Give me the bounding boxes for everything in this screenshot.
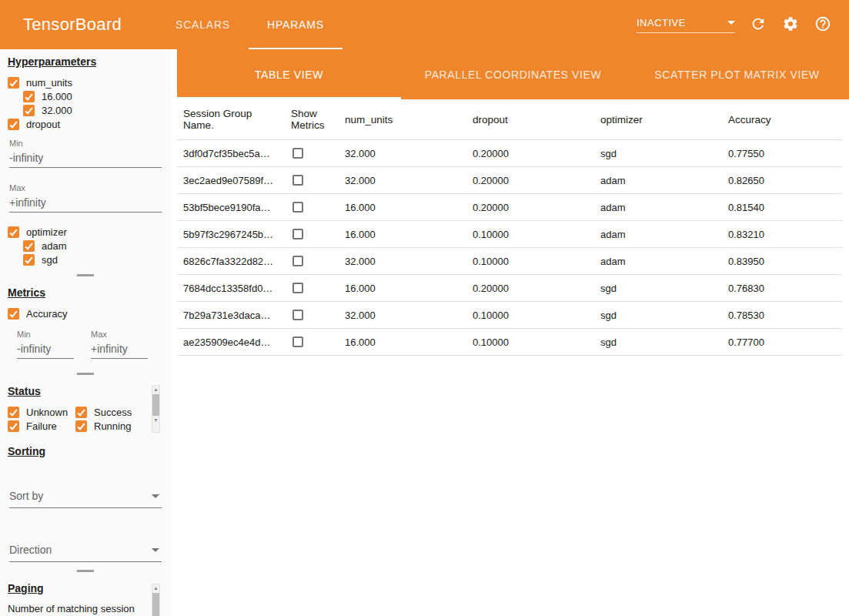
dropout-cell: 0.10000 bbox=[466, 302, 594, 328]
hyperparameters-title: Hyperparameters bbox=[8, 55, 171, 68]
status-select[interactable]: INACTIVE bbox=[637, 17, 735, 33]
hparam-num-units[interactable]: num_units bbox=[8, 75, 171, 89]
checkbox-optimizer[interactable] bbox=[8, 226, 19, 238]
table-row: 3ec2aed9e07589f… 32.000 0.20000 adam 0.8… bbox=[177, 167, 842, 194]
show-metrics-checkbox[interactable] bbox=[292, 310, 303, 320]
show-metrics-checkbox[interactable] bbox=[292, 256, 303, 266]
checkbox-accuracy[interactable] bbox=[8, 308, 19, 320]
table-row: 7b29a731e3daca… 32.000 0.10000 sgd 0.785… bbox=[177, 302, 842, 329]
optimizer-cell: sgd bbox=[594, 275, 722, 301]
scroll-up-icon[interactable]: ▲ bbox=[153, 584, 159, 592]
num-units-cell: 32.000 bbox=[339, 167, 466, 193]
dropout-min-input[interactable] bbox=[9, 148, 162, 168]
checkbox-running[interactable] bbox=[75, 420, 87, 432]
metric-min-input[interactable] bbox=[17, 339, 74, 359]
dropout-cell: 0.10000 bbox=[466, 248, 594, 274]
metric-accuracy[interactable]: Accuracy bbox=[8, 306, 171, 320]
chevron-down-icon bbox=[152, 494, 159, 498]
accuracy-cell: 0.83210 bbox=[722, 221, 842, 247]
checkbox-32[interactable] bbox=[23, 105, 35, 116]
optimizer-cell: sgd bbox=[594, 302, 722, 328]
direction-select[interactable]: Direction bbox=[9, 541, 162, 562]
scroll-down-icon[interactable]: ▼ bbox=[153, 417, 159, 424]
dropout-max-input[interactable] bbox=[9, 192, 162, 213]
dropout-cell: 0.20000 bbox=[466, 167, 594, 193]
help-icon bbox=[814, 15, 831, 32]
status-failure[interactable]: Failure bbox=[8, 419, 75, 433]
hparam-value-sgd[interactable]: sgd bbox=[23, 253, 171, 266]
show-metrics-checkbox[interactable] bbox=[292, 148, 303, 159]
scroll-up-icon[interactable]: ▲ bbox=[153, 386, 159, 393]
checkbox-16[interactable] bbox=[23, 91, 35, 102]
status-success[interactable]: Success bbox=[75, 405, 151, 419]
help-button[interactable] bbox=[814, 15, 832, 34]
paging-title: Paging bbox=[8, 582, 171, 594]
splitter-handle-icon bbox=[77, 570, 94, 572]
dropout-cell: 0.20000 bbox=[466, 275, 594, 301]
session-group-name-cell: 53bf5bece9190fa… bbox=[177, 194, 285, 220]
hparam-value-32[interactable]: 32.000 bbox=[23, 103, 171, 117]
num-units-cell: 32.000 bbox=[339, 248, 466, 274]
table-header: Session Group Name. Show Metrics num_uni… bbox=[177, 99, 842, 140]
status-unknown[interactable]: Unknown bbox=[8, 405, 75, 419]
pane-splitter-2[interactable] bbox=[0, 365, 171, 382]
table-row: 7684dcc13358fd0… 16.000 0.20000 sgd 0.76… bbox=[177, 275, 842, 302]
checkbox-num-units[interactable] bbox=[8, 77, 19, 89]
metric-min-field: Min bbox=[17, 330, 74, 359]
status-scrollbar[interactable]: ▲ ▼ bbox=[152, 385, 160, 433]
status-running[interactable]: Running bbox=[75, 419, 151, 433]
show-metrics-checkbox[interactable] bbox=[292, 229, 303, 239]
hparam-dropout[interactable]: dropout bbox=[8, 117, 171, 131]
optimizer-cell: adam bbox=[594, 167, 722, 193]
checkbox-sgd[interactable] bbox=[23, 254, 35, 266]
hparam-value-adam[interactable]: adam bbox=[23, 239, 171, 253]
matching-groups-text: Number of matching session groups: 8 bbox=[8, 602, 148, 616]
tab-hparams[interactable]: HPARAMS bbox=[249, 0, 343, 49]
paging-section: Paging Number of matching session groups… bbox=[0, 579, 171, 616]
tab-parallel-coordinates-view[interactable]: PARALLEL COORDINATES VIEW bbox=[401, 49, 625, 99]
refresh-button[interactable] bbox=[749, 15, 767, 34]
dropout-min-field: Min bbox=[9, 139, 162, 168]
pane-splitter-3[interactable] bbox=[0, 562, 171, 579]
metric-max-label: Max bbox=[91, 330, 148, 339]
topbar: TensorBoard SCALARS HPARAMS INACTIVE bbox=[0, 0, 849, 49]
status-section: Status Unknown Success Failure Running bbox=[0, 382, 171, 562]
checkbox-dropout[interactable] bbox=[8, 119, 19, 130]
paging-scrollbar[interactable]: ▲ bbox=[152, 584, 160, 616]
num-units-cell: 32.000 bbox=[339, 140, 466, 166]
tab-table-view[interactable]: TABLE VIEW bbox=[177, 49, 401, 99]
checkbox-success[interactable] bbox=[75, 407, 87, 418]
show-metrics-checkbox[interactable] bbox=[292, 175, 303, 186]
metric-min-label: Min bbox=[17, 330, 74, 339]
checkbox-unknown[interactable] bbox=[8, 407, 19, 418]
hparam-optimizer[interactable]: optimizer bbox=[8, 225, 171, 239]
metric-max-input[interactable] bbox=[91, 339, 148, 359]
optimizer-cell: sgd bbox=[594, 329, 722, 355]
show-metrics-checkbox[interactable] bbox=[292, 283, 303, 293]
num-units-cell: 32.000 bbox=[339, 302, 466, 328]
direction-value: Direction bbox=[9, 544, 52, 556]
dropout-cell: 0.20000 bbox=[466, 194, 594, 220]
tab-scalars[interactable]: SCALARS bbox=[157, 0, 249, 49]
settings-button[interactable] bbox=[781, 15, 800, 34]
dropout-cell: 0.20000 bbox=[466, 140, 594, 166]
tab-scatter-plot-matrix-view[interactable]: SCATTER PLOT MATRIX VIEW bbox=[625, 49, 849, 99]
scroll-thumb[interactable] bbox=[152, 593, 159, 616]
accuracy-cell: 0.77700 bbox=[722, 329, 842, 355]
session-group-name-cell: ae235909ec4e4d… bbox=[177, 329, 285, 355]
hparam-value-16[interactable]: 16.000 bbox=[23, 89, 171, 103]
table-row: ae235909ec4e4d… 16.000 0.10000 sgd 0.777… bbox=[177, 329, 842, 356]
sort-by-select[interactable]: Sort by bbox=[9, 487, 162, 508]
session-group-name-cell: 6826c7fa3322d82… bbox=[177, 248, 285, 274]
show-metrics-checkbox[interactable] bbox=[292, 202, 303, 213]
checkbox-failure[interactable] bbox=[8, 420, 19, 432]
session-group-name-cell: 7b29a731e3daca… bbox=[177, 302, 285, 328]
scroll-thumb[interactable] bbox=[152, 394, 159, 416]
show-metrics-cell bbox=[285, 221, 339, 247]
show-metrics-checkbox[interactable] bbox=[292, 336, 303, 347]
checkbox-adam[interactable] bbox=[23, 240, 35, 252]
pane-splitter[interactable] bbox=[0, 266, 171, 283]
session-group-name-cell: 5b97f3c2967245b… bbox=[177, 221, 285, 247]
hyperparameters-section: Hyperparameters num_units 16.000 32.000 … bbox=[0, 52, 171, 266]
table-row: 53bf5bece9190fa… 16.000 0.20000 adam 0.8… bbox=[177, 194, 842, 221]
